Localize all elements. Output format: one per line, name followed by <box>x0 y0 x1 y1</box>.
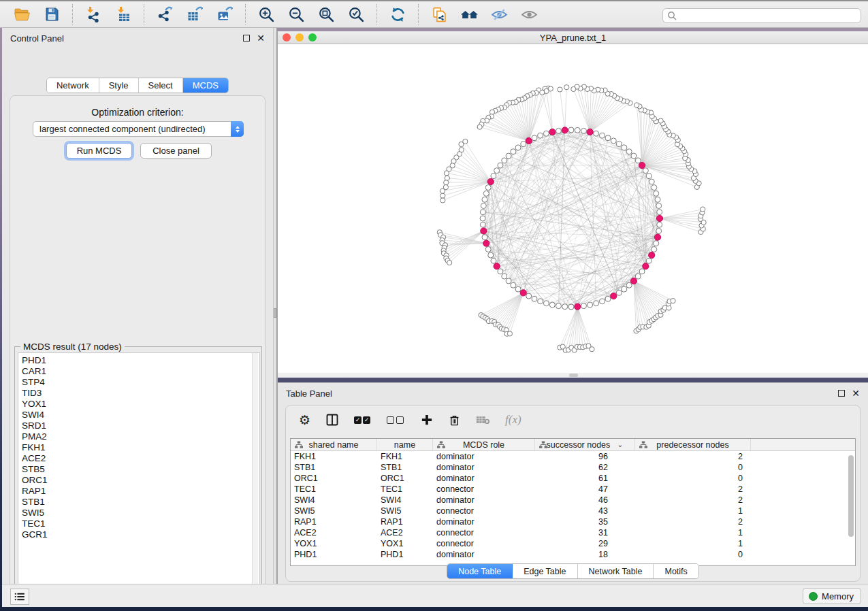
dominator-node[interactable] <box>643 263 649 269</box>
leaf-node[interactable] <box>447 260 452 265</box>
ring-node[interactable] <box>481 203 486 208</box>
network-hscroll-thumb[interactable] <box>569 374 578 377</box>
ring-node[interactable] <box>599 299 605 304</box>
column-header-shared-name[interactable]: shared name <box>291 439 377 450</box>
float-panel-icon[interactable] <box>243 35 250 42</box>
mcds-result-item[interactable]: STB1 <box>22 497 259 508</box>
zoom-selected-icon[interactable] <box>346 4 366 24</box>
export-image-icon[interactable] <box>214 4 235 24</box>
dominator-node[interactable] <box>587 129 593 135</box>
open-file-icon[interactable] <box>12 4 32 24</box>
table-cell[interactable]: 2 <box>635 495 751 506</box>
function-builder-icon[interactable]: f(x) <box>498 410 529 429</box>
mcds-result-list[interactable]: PHD1CAR1STP4TID3YOX1SWI4SRD1PMA2FKH1ACE2… <box>18 352 260 595</box>
ring-node[interactable] <box>538 299 543 304</box>
search-input[interactable] <box>679 11 861 20</box>
dominator-node[interactable] <box>649 252 655 258</box>
leaf-node[interactable] <box>507 331 512 336</box>
table-cell[interactable]: FKH1 <box>291 451 377 462</box>
ring-node[interactable] <box>581 128 587 133</box>
duplicate-network-icon[interactable] <box>429 4 449 24</box>
close-panel-icon[interactable]: ✕ <box>852 390 860 397</box>
table-cell[interactable]: 46 <box>535 495 635 506</box>
tab-select[interactable]: Select <box>139 78 183 93</box>
dominator-node[interactable] <box>549 129 556 135</box>
ring-node[interactable] <box>491 258 496 263</box>
dominator-node[interactable] <box>526 137 532 144</box>
table-row[interactable]: SWI5SWI5connector431 <box>291 506 855 516</box>
leaf-node[interactable] <box>540 90 545 95</box>
table-row[interactable]: FKH1FKH1dominator962 <box>291 451 855 462</box>
ring-node[interactable] <box>626 282 632 288</box>
dominator-node[interactable] <box>611 293 617 299</box>
table-cell[interactable]: 62 <box>535 462 635 473</box>
ring-node[interactable] <box>611 138 616 144</box>
ring-node[interactable] <box>657 210 662 215</box>
mcds-result-item[interactable]: FKH1 <box>22 442 259 453</box>
add-row-icon[interactable] <box>413 410 440 429</box>
show-columns-icon[interactable] <box>318 410 347 429</box>
table-cell[interactable]: TEC1 <box>377 484 433 495</box>
table-cell[interactable]: 0 <box>635 473 751 484</box>
table-cell[interactable]: connector <box>433 538 535 549</box>
column-header-MCDS-role[interactable]: MCDS role <box>433 439 535 450</box>
ring-node[interactable] <box>643 168 648 174</box>
ring-node[interactable] <box>581 303 587 309</box>
leaf-node[interactable] <box>558 87 562 92</box>
ring-node[interactable] <box>543 131 549 136</box>
table-cell[interactable]: STB1 <box>377 462 433 473</box>
mcds-result-item[interactable]: ORC1 <box>22 475 259 486</box>
table-row[interactable]: ACE2ACE2connector311 <box>291 527 855 538</box>
leaf-node[interactable] <box>701 207 705 212</box>
ring-node[interactable] <box>594 301 599 306</box>
leaf-node[interactable] <box>671 299 675 303</box>
table-cell[interactable]: PHD1 <box>291 549 377 560</box>
column-header-predecessor-nodes[interactable]: predecessor nodes <box>635 439 751 450</box>
dominator-node[interactable] <box>494 263 500 269</box>
ring-node[interactable] <box>654 241 659 246</box>
table-cell[interactable]: YOX1 <box>377 538 433 549</box>
table-cell[interactable]: dominator <box>433 473 535 484</box>
mcds-result-item[interactable]: YOX1 <box>22 399 259 410</box>
leaf-node[interactable] <box>440 193 445 198</box>
tab-network[interactable]: Network <box>47 78 99 93</box>
table-cell[interactable]: YOX1 <box>291 538 377 549</box>
ring-node[interactable] <box>575 127 580 133</box>
table-row[interactable]: ORC1ORC1dominator610 <box>291 473 855 484</box>
ring-node[interactable] <box>646 258 652 263</box>
table-cell[interactable]: 29 <box>535 538 635 549</box>
table-row[interactable]: RAP1RAP1dominator352 <box>291 516 855 527</box>
close-panel-icon[interactable]: ✕ <box>257 35 265 42</box>
network-hscrollbar[interactable] <box>278 373 868 378</box>
table-cell[interactable]: 31 <box>535 527 635 538</box>
tab-network-table[interactable]: Network Table <box>578 564 654 578</box>
ring-node[interactable] <box>635 158 641 163</box>
table-cell[interactable]: dominator <box>433 516 535 527</box>
table-row[interactable]: TEC1TEC1connector472 <box>291 484 855 495</box>
mcds-result-item[interactable]: TEC1 <box>22 518 259 529</box>
ring-node[interactable] <box>657 222 662 227</box>
leaf-node[interactable] <box>564 85 569 90</box>
table-cell[interactable]: ACE2 <box>377 527 433 538</box>
table-cell[interactable]: ORC1 <box>291 473 377 484</box>
table-row[interactable]: PHD1PHD1dominator180 <box>291 549 855 560</box>
ring-node[interactable] <box>646 174 652 179</box>
table-cell[interactable]: dominator <box>433 462 535 473</box>
ring-node[interactable] <box>506 153 511 159</box>
ring-node[interactable] <box>498 269 503 274</box>
ring-node[interactable] <box>649 179 654 184</box>
mcds-result-item[interactable]: SRD1 <box>22 420 259 431</box>
tab-motifs[interactable]: Motifs <box>654 564 698 578</box>
ring-node[interactable] <box>515 286 521 292</box>
mcds-result-item[interactable]: RAP1 <box>22 486 259 497</box>
table-cell[interactable]: dominator <box>433 549 535 560</box>
network-titlebar[interactable]: YPA_prune.txt_1 <box>278 31 868 44</box>
ring-node[interactable] <box>482 197 487 202</box>
table-cell[interactable]: 0 <box>635 549 751 560</box>
leaf-node[interactable] <box>590 347 594 352</box>
dominator-node[interactable] <box>487 178 494 184</box>
table-row[interactable]: YOX1YOX1connector291 <box>291 538 855 549</box>
ring-node[interactable] <box>639 269 645 274</box>
ring-node[interactable] <box>622 286 627 292</box>
mcds-result-item[interactable]: TID3 <box>22 388 259 399</box>
